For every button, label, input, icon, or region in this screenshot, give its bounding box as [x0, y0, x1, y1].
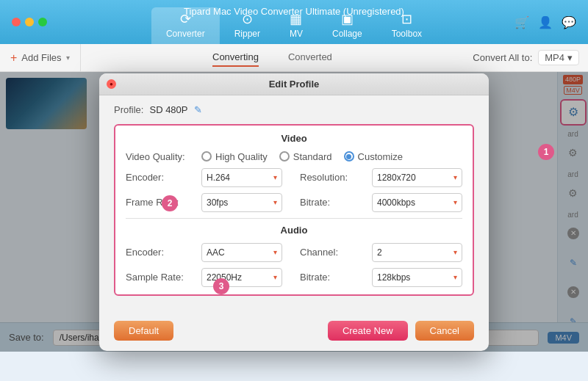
create-new-button[interactable]: Create New [328, 321, 408, 341]
convert-all-arrow-icon: ▾ [567, 52, 573, 63]
ripper-icon: ⊙ [242, 12, 253, 26]
tab-group: Converting Converted [81, 48, 465, 67]
high-quality-label: High Quality [215, 151, 268, 162]
bitrate-field-group: Bitrate: 4000kbps ▾ [300, 193, 462, 212]
encoder-label: Encoder: [126, 172, 196, 183]
modal-close-button[interactable]: ● [107, 79, 116, 89]
step-badge-3: 3 [213, 278, 229, 294]
close-button[interactable] [12, 18, 21, 26]
profile-edit-icon[interactable]: ✎ [194, 104, 202, 115]
frame-rate-value: 30fps [207, 197, 228, 208]
user-icon[interactable]: 👤 [538, 15, 553, 29]
audio-encoder-value: AAC [207, 247, 225, 258]
radio-customize[interactable]: Customize [344, 151, 403, 162]
nav-converter-label: Converter [166, 29, 205, 39]
channel-value: 2 [377, 247, 382, 258]
audio-encoder-channel-row: Encoder: AAC ▾ Channel: 2 ▾ [126, 243, 462, 262]
framerate-arrow-icon: ▾ [273, 198, 277, 206]
audio-encoder-arrow-icon: ▾ [273, 248, 277, 256]
video-bitrate-select[interactable]: 4000kbps ▾ [372, 193, 462, 212]
video-quality-label: Video Quality: [126, 151, 196, 162]
sample-rate-label: Sample Rate: [126, 272, 196, 283]
convert-all-label: Convert All to: [473, 52, 532, 63]
tab-converted[interactable]: Converted [288, 48, 332, 67]
cart-icon[interactable]: 🛒 [514, 15, 529, 29]
modal-title: Edit Profile [269, 79, 320, 90]
converter-icon: ⟳ [180, 12, 191, 26]
audio-bitrate-label: Bitrate: [300, 272, 366, 283]
nav-mv-label: MV [290, 29, 303, 39]
convert-all-dropdown[interactable]: MP4 ▾ [538, 50, 579, 65]
dropdown-arrow-icon: ▾ [66, 54, 70, 62]
nav-ripper[interactable]: ⊙ Ripper [220, 7, 275, 44]
bitrate-arrow-icon: ▾ [453, 198, 457, 206]
video-quality-row: Video Quality: High Quality Standard [126, 151, 462, 162]
samplerate-audiobitrate-row: Sample Rate: 22050Hz ▾ Bitrate: 128kbps … [126, 268, 462, 287]
channel-field-group: Channel: 2 ▾ [300, 243, 462, 262]
audio-bitrate-field-group: Bitrate: 128kbps ▾ [300, 268, 462, 287]
resolution-select[interactable]: 1280x720 ▾ [372, 168, 462, 187]
audio-encoder-select[interactable]: AAC ▾ [201, 243, 282, 262]
video-bitrate-label: Bitrate: [300, 197, 366, 208]
traffic-lights [12, 18, 47, 26]
frame-rate-select[interactable]: 30fps ▾ [201, 193, 282, 212]
modal-overlay: 1 2 3 ● Edit Profile Profile: SD 480P ✎ … [0, 72, 588, 352]
plus-icon: + [10, 51, 17, 65]
video-bitrate-value: 4000kbps [377, 197, 415, 208]
title-bar: Tipard Mac Video Converter Ultimate (Unr… [0, 0, 588, 44]
cancel-button[interactable]: Cancel [415, 321, 474, 341]
profile-label: Profile: [114, 104, 143, 115]
radio-circle-customize [344, 151, 354, 162]
audio-section-title: Audio [126, 225, 462, 236]
edit-profile-modal: ● Edit Profile Profile: SD 480P ✎ Video … [99, 73, 489, 351]
resolution-field-group: Resolution: 1280x720 ▾ [300, 168, 462, 187]
tab-converting[interactable]: Converting [212, 48, 259, 67]
nav-mv[interactable]: ▦ MV [275, 7, 318, 44]
video-section-title: Video [126, 133, 462, 144]
title-bar-actions: 🛒 👤 💬 [514, 15, 576, 29]
main-area: 480P M4V ⚙ ard ⚙ ard ⚙ ard ✕ ✎ ✕ ✎ Save … [0, 72, 588, 352]
section-divider [126, 218, 462, 219]
add-files-button[interactable]: + Add Files ▾ [0, 44, 81, 71]
collage-icon: ▣ [341, 12, 354, 26]
customize-label: Customize [358, 151, 403, 162]
nav-bar: ⟳ Converter ⊙ Ripper ▦ MV ▣ Collage ⊡ To… [151, 7, 437, 44]
step-badge-1: 1 [538, 144, 554, 160]
nav-collage-label: Collage [332, 29, 362, 39]
chat-icon[interactable]: 💬 [562, 15, 576, 29]
modal-titlebar: ● Edit Profile [99, 73, 489, 95]
convert-all-value: MP4 [545, 52, 564, 63]
audio-encoder-label: Encoder: [126, 247, 196, 258]
toolbar: + Add Files ▾ Converting Converted Conve… [0, 44, 588, 72]
modal-body: Profile: SD 480P ✎ Video Video Quality: … [99, 95, 489, 313]
channel-select[interactable]: 2 ▾ [372, 243, 462, 262]
nav-ripper-label: Ripper [234, 29, 260, 39]
encoder-resolution-row: Encoder: H.264 ▾ Resolution: 1280x720 ▾ [126, 168, 462, 187]
audio-bitrate-arrow-icon: ▾ [453, 273, 457, 281]
audio-bitrate-select[interactable]: 128kbps ▾ [372, 268, 462, 287]
resolution-value: 1280x720 [377, 173, 416, 183]
maximize-button[interactable] [38, 18, 47, 26]
frame-rate-label: Frame Rate: [126, 197, 196, 208]
modal-footer: Default Create New Cancel [99, 313, 489, 351]
samplerate-arrow-icon: ▾ [273, 273, 277, 281]
nav-toolbox-label: Toolbox [392, 29, 422, 39]
add-files-label: Add Files [21, 52, 61, 63]
mv-icon: ▦ [290, 12, 302, 26]
radio-standard[interactable]: Standard [279, 151, 332, 162]
radio-high-quality[interactable]: High Quality [201, 151, 268, 162]
nav-converter[interactable]: ⟳ Converter [151, 7, 220, 44]
convert-all-section: Convert All to: MP4 ▾ [464, 50, 588, 65]
profile-row: Profile: SD 480P ✎ [114, 104, 474, 115]
nav-toolbox[interactable]: ⊡ Toolbox [377, 7, 437, 44]
radio-circle-standard [279, 151, 290, 162]
encoder-select[interactable]: H.264 ▾ [201, 168, 282, 187]
default-button[interactable]: Default [114, 321, 173, 341]
step-badge-2: 2 [162, 195, 178, 211]
nav-collage[interactable]: ▣ Collage [318, 7, 377, 44]
minimize-button[interactable] [25, 18, 34, 26]
channel-label: Channel: [300, 247, 366, 258]
encoder-value: H.264 [207, 173, 230, 183]
profile-value: SD 480P [149, 104, 187, 115]
toolbox-icon: ⊡ [401, 12, 412, 26]
